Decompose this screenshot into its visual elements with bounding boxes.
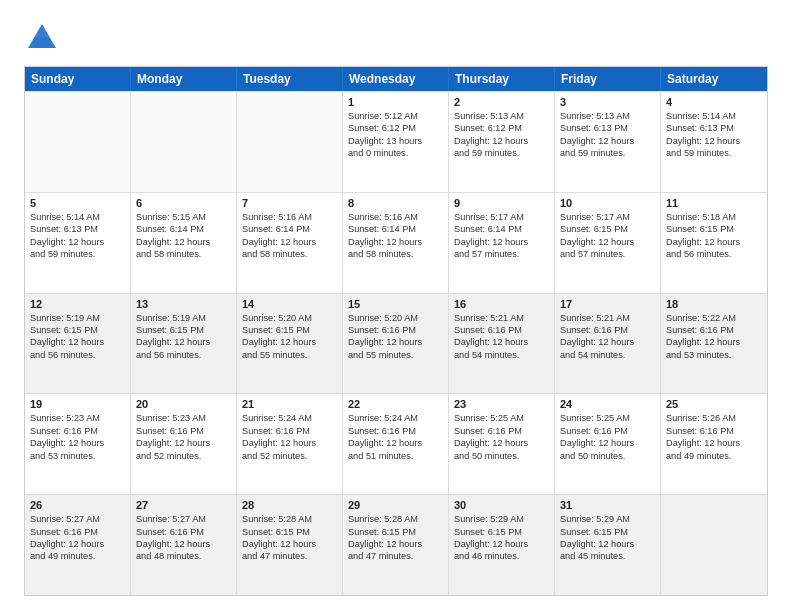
cell-info-line: Daylight: 13 hours xyxy=(348,135,443,147)
cell-info-line: Sunset: 6:14 PM xyxy=(242,223,337,235)
cell-info-line: Sunrise: 5:13 AM xyxy=(454,110,549,122)
cell-info-line: and 49 minutes. xyxy=(30,550,125,562)
calendar-cell-16: 16Sunrise: 5:21 AMSunset: 6:16 PMDayligh… xyxy=(449,294,555,394)
cell-info-line: and 54 minutes. xyxy=(560,349,655,361)
calendar-cell-10: 10Sunrise: 5:17 AMSunset: 6:15 PMDayligh… xyxy=(555,193,661,293)
cell-info-line: Sunset: 6:14 PM xyxy=(454,223,549,235)
day-number: 4 xyxy=(666,96,762,108)
cell-info-line: and 59 minutes. xyxy=(454,147,549,159)
cell-info-line: Sunset: 6:16 PM xyxy=(454,425,549,437)
cell-info-line: Daylight: 12 hours xyxy=(30,538,125,550)
header xyxy=(24,20,768,56)
cell-info-line: Sunrise: 5:22 AM xyxy=(666,312,762,324)
logo-icon xyxy=(24,20,60,56)
cell-info-line: Sunrise: 5:16 AM xyxy=(242,211,337,223)
cell-info-line: and 53 minutes. xyxy=(30,450,125,462)
cell-info-line: and 52 minutes. xyxy=(242,450,337,462)
cell-info-line: Daylight: 12 hours xyxy=(666,336,762,348)
day-number: 24 xyxy=(560,398,655,410)
cell-info-line: Daylight: 12 hours xyxy=(136,437,231,449)
cell-info-line: Daylight: 12 hours xyxy=(348,336,443,348)
cell-info-line: and 55 minutes. xyxy=(242,349,337,361)
cell-info-line: Sunrise: 5:23 AM xyxy=(136,412,231,424)
cell-info-line: Sunset: 6:15 PM xyxy=(348,526,443,538)
cell-info-line: Sunset: 6:16 PM xyxy=(136,526,231,538)
calendar-cell-30: 30Sunrise: 5:29 AMSunset: 6:15 PMDayligh… xyxy=(449,495,555,595)
cell-info-line: Sunset: 6:15 PM xyxy=(560,526,655,538)
cell-info-line: Sunrise: 5:20 AM xyxy=(348,312,443,324)
cell-info-line: Sunrise: 5:14 AM xyxy=(30,211,125,223)
cell-info-line: and 51 minutes. xyxy=(348,450,443,462)
cell-info-line: Sunrise: 5:29 AM xyxy=(454,513,549,525)
calendar-cell-4: 4Sunrise: 5:14 AMSunset: 6:13 PMDaylight… xyxy=(661,92,767,192)
cell-info-line: Sunrise: 5:19 AM xyxy=(136,312,231,324)
calendar-cell-12: 12Sunrise: 5:19 AMSunset: 6:15 PMDayligh… xyxy=(25,294,131,394)
cell-info-line: Sunrise: 5:12 AM xyxy=(348,110,443,122)
day-number: 20 xyxy=(136,398,231,410)
calendar-cell-25: 25Sunrise: 5:26 AMSunset: 6:16 PMDayligh… xyxy=(661,394,767,494)
day-number: 5 xyxy=(30,197,125,209)
cell-info-line: Sunrise: 5:13 AM xyxy=(560,110,655,122)
day-number: 12 xyxy=(30,298,125,310)
day-number: 30 xyxy=(454,499,549,511)
cell-info-line: and 59 minutes. xyxy=(30,248,125,260)
cell-info-line: Sunset: 6:15 PM xyxy=(666,223,762,235)
day-number: 18 xyxy=(666,298,762,310)
cell-info-line: Daylight: 12 hours xyxy=(242,538,337,550)
cell-info-line: and 58 minutes. xyxy=(242,248,337,260)
cell-info-line: Daylight: 12 hours xyxy=(666,437,762,449)
cell-info-line: and 50 minutes. xyxy=(560,450,655,462)
cell-info-line: Sunset: 6:13 PM xyxy=(560,122,655,134)
calendar-cell-26: 26Sunrise: 5:27 AMSunset: 6:16 PMDayligh… xyxy=(25,495,131,595)
cell-info-line: and 53 minutes. xyxy=(666,349,762,361)
cell-info-line: Sunset: 6:14 PM xyxy=(348,223,443,235)
cell-info-line: Daylight: 12 hours xyxy=(454,437,549,449)
cell-info-line: and 56 minutes. xyxy=(666,248,762,260)
cell-info-line: Sunset: 6:16 PM xyxy=(454,324,549,336)
calendar-cell-18: 18Sunrise: 5:22 AMSunset: 6:16 PMDayligh… xyxy=(661,294,767,394)
cell-info-line: Sunrise: 5:21 AM xyxy=(560,312,655,324)
day-number: 21 xyxy=(242,398,337,410)
calendar-cell-3: 3Sunrise: 5:13 AMSunset: 6:13 PMDaylight… xyxy=(555,92,661,192)
cell-info-line: and 52 minutes. xyxy=(136,450,231,462)
calendar-cell-empty xyxy=(661,495,767,595)
cell-info-line: Sunrise: 5:18 AM xyxy=(666,211,762,223)
cell-info-line: Sunset: 6:16 PM xyxy=(242,425,337,437)
cell-info-line: Daylight: 12 hours xyxy=(560,538,655,550)
calendar-cell-2: 2Sunrise: 5:13 AMSunset: 6:12 PMDaylight… xyxy=(449,92,555,192)
weekday-header-monday: Monday xyxy=(131,67,237,91)
calendar-row-0: 1Sunrise: 5:12 AMSunset: 6:12 PMDaylight… xyxy=(25,91,767,192)
cell-info-line: and 56 minutes. xyxy=(136,349,231,361)
cell-info-line: Daylight: 12 hours xyxy=(30,437,125,449)
cell-info-line: Sunrise: 5:14 AM xyxy=(666,110,762,122)
cell-info-line: Daylight: 12 hours xyxy=(560,437,655,449)
cell-info-line: Sunrise: 5:26 AM xyxy=(666,412,762,424)
cell-info-line: Daylight: 12 hours xyxy=(666,135,762,147)
cell-info-line: and 47 minutes. xyxy=(242,550,337,562)
cell-info-line: Sunset: 6:15 PM xyxy=(242,324,337,336)
cell-info-line: Daylight: 12 hours xyxy=(242,437,337,449)
cell-info-line: and 59 minutes. xyxy=(560,147,655,159)
cell-info-line: Daylight: 12 hours xyxy=(560,336,655,348)
calendar-cell-empty xyxy=(25,92,131,192)
cell-info-line: Sunrise: 5:24 AM xyxy=(348,412,443,424)
calendar-cell-29: 29Sunrise: 5:28 AMSunset: 6:15 PMDayligh… xyxy=(343,495,449,595)
cell-info-line: Daylight: 12 hours xyxy=(666,236,762,248)
calendar-cell-19: 19Sunrise: 5:23 AMSunset: 6:16 PMDayligh… xyxy=(25,394,131,494)
calendar-cell-14: 14Sunrise: 5:20 AMSunset: 6:15 PMDayligh… xyxy=(237,294,343,394)
day-number: 15 xyxy=(348,298,443,310)
cell-info-line: Sunrise: 5:23 AM xyxy=(30,412,125,424)
cell-info-line: Sunset: 6:16 PM xyxy=(348,425,443,437)
day-number: 25 xyxy=(666,398,762,410)
cell-info-line: Sunset: 6:16 PM xyxy=(30,526,125,538)
day-number: 17 xyxy=(560,298,655,310)
calendar-cell-27: 27Sunrise: 5:27 AMSunset: 6:16 PMDayligh… xyxy=(131,495,237,595)
day-number: 27 xyxy=(136,499,231,511)
cell-info-line: Sunset: 6:13 PM xyxy=(30,223,125,235)
weekday-header-wednesday: Wednesday xyxy=(343,67,449,91)
calendar-cell-24: 24Sunrise: 5:25 AMSunset: 6:16 PMDayligh… xyxy=(555,394,661,494)
cell-info-line: and 57 minutes. xyxy=(560,248,655,260)
calendar-row-4: 26Sunrise: 5:27 AMSunset: 6:16 PMDayligh… xyxy=(25,494,767,595)
cell-info-line: Sunset: 6:16 PM xyxy=(348,324,443,336)
calendar-cell-empty xyxy=(131,92,237,192)
